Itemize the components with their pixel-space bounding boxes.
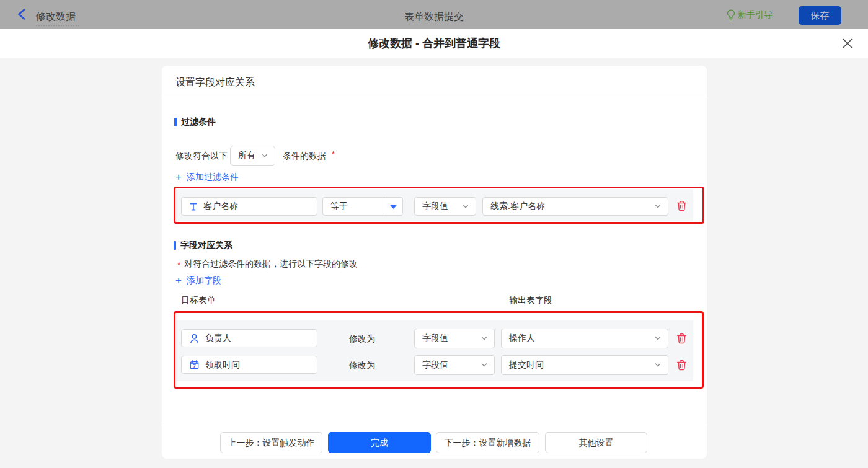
condition-prefix-label: 修改符合以下 (175, 146, 228, 166)
section-bar (174, 118, 177, 126)
beginner-guide-label: 新手引导 (738, 9, 773, 20)
delete-mapping-row-icon[interactable] (676, 333, 687, 344)
chevron-down-icon (654, 361, 662, 369)
mapping-section-title: 字段对应关系 (174, 241, 232, 250)
mapping-field-input[interactable]: 负责人 (181, 329, 317, 347)
mapping-value-type-select[interactable]: 字段值 (414, 355, 495, 375)
source-column-label: 目标表单 (181, 295, 216, 306)
user-icon (190, 333, 199, 343)
delete-mapping-row-icon[interactable] (676, 360, 687, 371)
chevron-down-icon (462, 203, 469, 210)
dialog-title: 修改数据 - 合并到普通字段 (0, 36, 868, 51)
chevron-down-icon (654, 335, 662, 342)
lightbulb-icon (727, 9, 735, 21)
add-filter-condition-link[interactable]: + 添加过滤条件 (175, 172, 239, 183)
plus-icon: + (175, 276, 182, 286)
prev-step-button[interactable]: 上一步：设置触发动作 (220, 432, 322, 453)
calendar-icon: 7 (190, 360, 199, 369)
mapping-value-field-select[interactable]: 提交时间 (501, 355, 668, 375)
filter-value-type-select[interactable]: 字段值 (414, 197, 476, 216)
required-asterisk: * (332, 149, 335, 159)
plus-icon: + (175, 172, 182, 182)
delete-filter-row-icon[interactable] (676, 200, 687, 211)
mapping-note: 对符合过滤条件的数据，进行以下字段的修改 (184, 258, 358, 269)
add-field-link[interactable]: + 添加字段 (175, 275, 221, 286)
filter-field-value: 客户名称 (203, 201, 238, 212)
chevron-down-icon (654, 203, 662, 210)
mapping-field-value: 领取时间 (205, 360, 240, 371)
modify-to-label: 修改为 (349, 329, 375, 348)
add-filter-condition-label: 添加过滤条件 (187, 172, 239, 183)
other-settings-button[interactable]: 其他设置 (545, 432, 647, 453)
dialog-header: 修改数据 - 合并到普通字段 (0, 29, 868, 58)
chevron-down-icon (261, 152, 268, 159)
panel-header-title: 设置字段对应关系 (175, 76, 255, 89)
filter-value-field-select[interactable]: 线索.客户名称 (482, 197, 668, 216)
next-step-button[interactable]: 下一步：设置新增数据 (436, 432, 539, 453)
field-mapping-panel: 设置字段对应关系 过滤条件 修改符合以下 所有 条件的数据 * + 添加过滤条件… (162, 66, 707, 459)
svg-text:7: 7 (193, 363, 196, 369)
condition-suffix-label: 条件的数据 (283, 146, 326, 166)
modify-to-label: 修改为 (349, 355, 375, 375)
mapping-field-value: 负责人 (205, 333, 231, 344)
mapping-field-input[interactable]: 7 领取时间 (181, 356, 317, 374)
done-button[interactable]: 完成 (328, 432, 431, 453)
footer-divider (162, 423, 707, 423)
filter-section-title: 过滤条件 (174, 117, 216, 127)
panel-header-divider (162, 99, 707, 99)
match-mode-select[interactable]: 所有 (230, 146, 275, 166)
filter-field-input[interactable]: 客户名称 (181, 197, 317, 216)
mapping-value-type-select[interactable]: 字段值 (414, 329, 495, 348)
topbar: 修改数据 表单数据提交 新手引导 保存 (0, 0, 868, 29)
output-column-label: 输出表字段 (509, 295, 552, 306)
save-button[interactable]: 保存 (799, 6, 841, 25)
section-bar (174, 241, 176, 250)
chevron-down-icon (480, 335, 488, 342)
triangle-down-icon (390, 205, 397, 209)
operator-select[interactable]: 等于 (322, 197, 403, 216)
mapping-value-field-select[interactable]: 操作人 (501, 329, 668, 348)
operator-dropdown-button[interactable] (384, 198, 402, 215)
required-asterisk: * (177, 260, 180, 270)
chevron-down-icon (480, 361, 488, 369)
close-icon[interactable] (843, 38, 852, 48)
beginner-guide-link[interactable]: 新手引导 (727, 8, 773, 22)
text-field-icon (190, 203, 197, 211)
add-field-label: 添加字段 (187, 275, 221, 286)
flow-name-underline (36, 25, 79, 26)
